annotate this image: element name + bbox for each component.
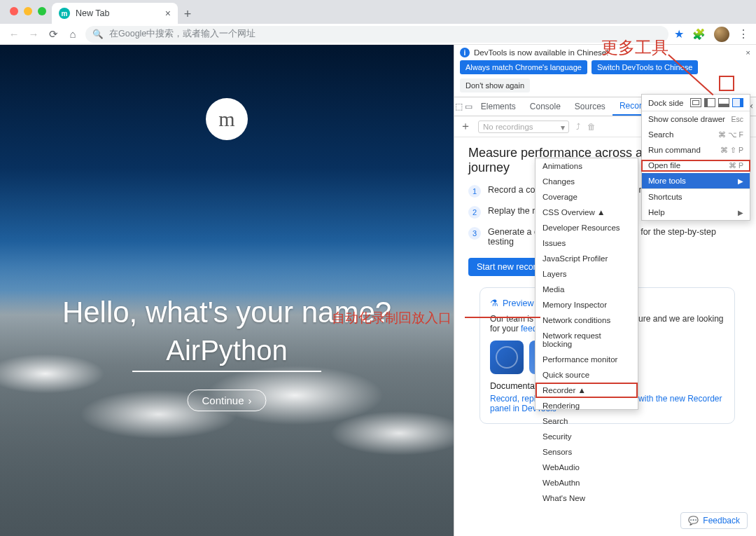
- minimize-window-icon[interactable]: [24, 7, 32, 15]
- banner-close-icon[interactable]: ×: [746, 48, 750, 57]
- annotation-line-icon: [465, 317, 540, 318]
- name-input[interactable]: AirPython: [132, 335, 321, 372]
- submenu-item-coverage[interactable]: Coverage: [536, 189, 638, 205]
- address-bar[interactable]: 🔍 在Google中搜索，或者输入一个网址: [85, 26, 668, 43]
- submenu-item-javascript-profiler[interactable]: JavaScript Profiler: [536, 251, 638, 266]
- greeting-text: Hello, what's your name?: [0, 296, 454, 329]
- tab-elements[interactable]: Elements: [474, 97, 523, 116]
- fullscreen-window-icon[interactable]: [38, 7, 46, 15]
- tab-sources[interactable]: Sources: [568, 97, 612, 116]
- submenu-item-performance-monitor[interactable]: Performance monitor: [536, 352, 638, 367]
- submenu-item-quick-source[interactable]: Quick source: [536, 367, 638, 383]
- submenu-item-webaudio[interactable]: WebAudio: [536, 460, 638, 475]
- menu-shortcuts[interactable]: Shortcuts: [642, 188, 750, 205]
- tab-favicon: m: [59, 8, 70, 19]
- submenu-item-security[interactable]: Security: [536, 429, 638, 444]
- submenu-item-issues[interactable]: Issues: [536, 235, 638, 251]
- banner-text: DevTools is now available in Chinese!: [474, 48, 608, 57]
- chrome-menu-icon[interactable]: ⋮: [738, 29, 749, 40]
- dock-right-icon[interactable]: [732, 98, 743, 107]
- tab-console[interactable]: Console: [523, 97, 568, 116]
- submenu-item-animations[interactable]: Animations: [536, 158, 638, 174]
- inspect-icon[interactable]: ⬚: [454, 102, 464, 111]
- submenu-item-changes[interactable]: Changes: [536, 174, 638, 189]
- dock-bottom-icon[interactable]: [718, 98, 729, 107]
- profile-avatar[interactable]: [714, 27, 729, 42]
- menu-search[interactable]: Search⌘ ⌥ F: [642, 127, 750, 142]
- chevron-right-icon: ▶: [738, 209, 743, 217]
- submenu-item-what-s-new[interactable]: What's New: [536, 490, 638, 506]
- submenu-item-layers[interactable]: Layers: [536, 266, 638, 282]
- submenu-item-rendering[interactable]: Rendering: [536, 398, 638, 413]
- extensions-icon[interactable]: 🧩: [692, 28, 706, 41]
- match-language-button[interactable]: Always match Chrome's language: [460, 60, 587, 74]
- delete-icon[interactable]: 🗑: [587, 122, 596, 132]
- thumbnail-icon: [490, 341, 524, 374]
- menu-open-file[interactable]: Open file⌘ P: [642, 158, 750, 173]
- submenu-item-network-conditions[interactable]: Network conditions: [536, 312, 638, 328]
- dismiss-language-button[interactable]: Don't show again: [460, 78, 530, 92]
- info-icon: i: [460, 48, 470, 57]
- submenu-item-network-request-blocking[interactable]: Network request blocking: [536, 328, 638, 352]
- menu-show-console-drawer[interactable]: Show console drawerEsc: [642, 111, 750, 127]
- chevron-right-icon: ▶: [738, 177, 743, 185]
- submenu-item-developer-resources[interactable]: Developer Resources: [536, 220, 638, 235]
- feedback-button[interactable]: 💬 Feedback: [680, 512, 748, 529]
- dock-left-icon[interactable]: [704, 98, 715, 107]
- browser-toolbar: ← → ⟳ ⌂ 🔍 在Google中搜索，或者输入一个网址 ★ 🧩 ⋮: [0, 24, 756, 45]
- submenu-item-search[interactable]: Search: [536, 413, 638, 429]
- home-icon[interactable]: ⌂: [66, 27, 80, 41]
- recording-select[interactable]: No recordings: [478, 121, 569, 133]
- submenu-item-media[interactable]: Media: [536, 282, 638, 297]
- close-window-icon[interactable]: [10, 7, 18, 15]
- browser-titlebar: m New Tab × +: [0, 0, 756, 24]
- forward-icon[interactable]: →: [27, 27, 41, 41]
- menu-help[interactable]: Help▶: [642, 205, 750, 220]
- window-controls: [6, 7, 52, 24]
- add-recording-icon[interactable]: ＋: [460, 119, 471, 134]
- continue-label: Continue: [202, 394, 244, 406]
- back-icon[interactable]: ←: [7, 27, 21, 41]
- search-icon: 🔍: [92, 29, 104, 39]
- menu-more-tools[interactable]: More tools▶: [642, 173, 750, 188]
- tab-close-icon[interactable]: ×: [165, 8, 171, 19]
- omnibox-placeholder: 在Google中搜索，或者输入一个网址: [109, 28, 255, 40]
- reload-icon[interactable]: ⟳: [46, 27, 60, 41]
- submenu-item-css-overview[interactable]: CSS Overview ▲: [536, 205, 638, 220]
- submenu-item-sensors[interactable]: Sensors: [536, 444, 638, 460]
- devtools-main-menu: Dock side Show console drawerEsc Search⌘…: [641, 94, 750, 221]
- bookmark-star-icon[interactable]: ★: [674, 27, 684, 41]
- browser-tab[interactable]: m New Tab ×: [52, 3, 178, 24]
- menu-run-command[interactable]: Run command⌘ ⇧ P: [642, 142, 750, 158]
- tab-title: New Tab: [76, 8, 109, 18]
- submenu-item-recorder[interactable]: Recorder ▲: [536, 383, 638, 398]
- more-tools-submenu: AnimationsChangesCoverageCSS Overview ▲D…: [535, 158, 638, 410]
- dock-undock-icon[interactable]: [690, 98, 701, 107]
- new-tab-button[interactable]: +: [178, 4, 197, 24]
- flask-icon: ⚗: [490, 298, 498, 308]
- page-viewport: m Hello, what's your name? AirPython Con…: [0, 45, 454, 536]
- submenu-item-memory-inspector[interactable]: Memory Inspector: [536, 297, 638, 312]
- site-logo: m: [206, 98, 248, 140]
- continue-button[interactable]: Continue ›: [187, 390, 266, 411]
- chevron-right-icon: ›: [248, 394, 252, 406]
- menu-dock-side[interactable]: Dock side: [642, 95, 750, 111]
- chat-icon: 💬: [688, 516, 699, 525]
- export-icon[interactable]: ⤴: [576, 122, 580, 132]
- device-toggle-icon[interactable]: ▭: [464, 102, 474, 111]
- devtools-language-banner: i DevTools is now available in Chinese! …: [454, 45, 756, 60]
- submenu-item-webauthn[interactable]: WebAuthn: [536, 475, 638, 490]
